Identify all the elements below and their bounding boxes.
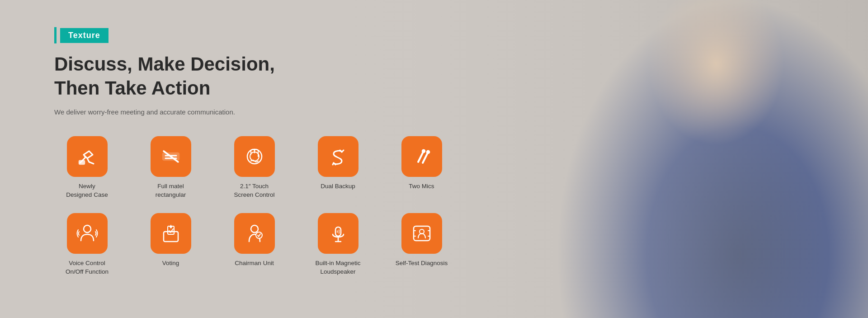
icon-item-built-in-magnetic-loudspeaker: Built-in MagneticLoudspeaker <box>305 213 371 276</box>
heading-line2: Then Take Action <box>54 76 461 100</box>
icon-box-diagnosis <box>401 213 442 254</box>
svg-point-11 <box>84 225 91 233</box>
texture-badge: Texture <box>54 27 108 43</box>
svg-rect-0 <box>79 161 85 164</box>
svg-rect-12 <box>164 232 178 242</box>
diagnosis-icon <box>410 222 434 245</box>
backup-icon <box>326 145 350 168</box>
icons-row-2: Voice ControlOn/Off Function <box>54 213 461 276</box>
icon-item-voting: Voting <box>138 213 203 268</box>
icon-item-newly-designed-case: NewlyDesigned Case <box>54 136 120 199</box>
icon-box-speaker <box>318 213 359 254</box>
main-heading: Discuss, Make Decision, Then Take Action <box>54 52 461 100</box>
icon-item-touch-screen-control: 2.1″ TouchScreen Control <box>222 136 287 199</box>
background-person <box>434 0 868 318</box>
icon-box-voting <box>151 213 191 254</box>
icon-box-voice <box>67 213 108 254</box>
icon-item-dual-backup: Dual Backup <box>305 136 371 191</box>
svg-point-16 <box>251 225 258 233</box>
mics-icon <box>410 145 434 168</box>
svg-point-10 <box>427 151 429 153</box>
rectangular-icon <box>159 145 183 168</box>
sub-text: We deliver worry-free meeting and accura… <box>54 108 461 116</box>
icon-box-rectangular <box>151 136 191 177</box>
icon-box-chairman <box>234 213 275 254</box>
svg-rect-18 <box>335 227 341 236</box>
voting-icon <box>159 222 183 245</box>
icon-item-chairman-unit: Chairman Unit <box>222 213 287 268</box>
icon-box-case <box>67 136 108 177</box>
icon-label-two-mics: Two Mics <box>409 182 434 191</box>
icon-label-voice-control: Voice ControlOn/Off Function <box>66 259 108 276</box>
touch-icon <box>243 145 266 168</box>
icon-item-self-test-diagnosis: Self-Test Diagnosis <box>389 213 454 268</box>
icon-label-chairman-unit: Chairman Unit <box>235 259 274 268</box>
icon-label-touch-screen-control: 2.1″ TouchScreen Control <box>234 182 274 199</box>
content-area: Texture Discuss, Make Decision, Then Tak… <box>54 27 461 276</box>
heading-line1: Discuss, Make Decision, <box>54 52 461 76</box>
icon-box-mics <box>401 136 442 177</box>
icon-label-self-test-diagnosis: Self-Test Diagnosis <box>396 259 448 268</box>
texture-label: Texture <box>60 28 108 43</box>
icons-row-1: NewlyDesigned Case Full matelrectangula <box>54 136 461 199</box>
icon-box-backup <box>318 136 359 177</box>
icon-item-two-mics: Two Mics <box>389 136 454 191</box>
speaker-icon <box>326 222 350 245</box>
icon-item-full-matel-rectangular: Full matelrectangular <box>138 136 203 199</box>
voice-icon <box>75 222 99 245</box>
case-icon <box>75 145 99 168</box>
icons-grid: NewlyDesigned Case Full matelrectangula <box>54 136 461 276</box>
icon-label-built-in-magnetic-loudspeaker: Built-in MagneticLoudspeaker <box>316 259 361 276</box>
icon-label-full-matel-rectangular: Full matelrectangular <box>156 182 186 199</box>
icon-item-voice-control: Voice ControlOn/Off Function <box>54 213 120 276</box>
chairman-icon <box>243 222 266 245</box>
svg-point-9 <box>422 150 425 152</box>
texture-bar <box>54 27 57 43</box>
icon-label-newly-designed-case: NewlyDesigned Case <box>66 182 108 199</box>
page-container: Texture Discuss, Make Decision, Then Tak… <box>0 0 868 318</box>
icon-label-dual-backup: Dual Backup <box>321 182 355 191</box>
icon-box-touch <box>234 136 275 177</box>
icon-label-voting: Voting <box>162 259 179 268</box>
